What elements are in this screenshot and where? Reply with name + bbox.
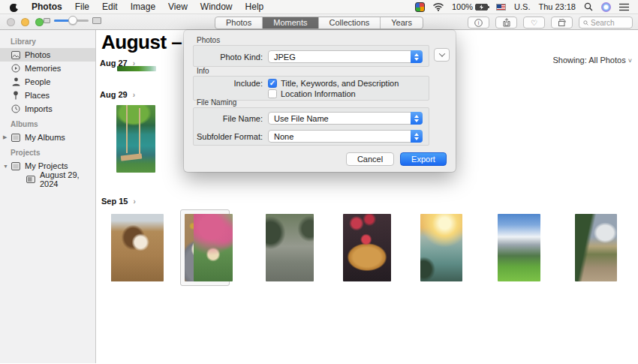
apple-menu-icon[interactable] — [9, 2, 19, 12]
menu-bar: Photos File Edit Image View Window Help … — [0, 0, 638, 14]
menu-view[interactable]: View — [168, 2, 188, 12]
sidebar-item-photos[interactable]: Photos — [0, 48, 95, 62]
menu-help[interactable]: Help — [245, 2, 264, 12]
info-groupbox: Include: Title, Keywords, and Descriptio… — [193, 76, 429, 101]
photo-thumbnail-sunset-sea[interactable] — [420, 214, 462, 281]
subfolder-format-value: None — [274, 132, 422, 141]
include-label: Include: — [194, 79, 263, 88]
sidebar-item-august-29-2024[interactable]: August 29, 2024 — [0, 173, 95, 186]
sidebar-item-imports[interactable]: Imports — [0, 102, 95, 116]
subfolder-format-dropdown[interactable]: None — [268, 130, 423, 143]
menu-window[interactable]: Window — [200, 2, 233, 12]
favorite-heart-button[interactable]: ♡ — [523, 17, 545, 29]
file-name-dropdown[interactable]: Use File Name — [268, 112, 423, 125]
battery-status[interactable]: 100% — [452, 2, 488, 11]
screen-recorder-icon[interactable] — [415, 2, 425, 12]
subfolder-format-label: Subfolder Format: — [194, 132, 263, 141]
zoom-slider-thumb[interactable] — [68, 16, 77, 25]
sidebar-item-my-albums[interactable]: ▶ My Albums — [0, 131, 95, 144]
dialog-section-photos: Photos — [197, 36, 220, 44]
dialog-section-file-naming: File Naming — [197, 98, 236, 107]
people-icon — [11, 77, 21, 86]
photo-thumbnail-green-strip[interactable] — [117, 66, 156, 71]
more-options-button[interactable] — [434, 48, 450, 62]
menu-app-name[interactable]: Photos — [32, 2, 62, 12]
close-window-button[interactable] — [7, 18, 15, 26]
minimize-window-button[interactable] — [21, 18, 29, 26]
chevron-right-icon: › — [133, 91, 135, 99]
clock-label[interactable]: Thu 23:18 — [538, 2, 576, 11]
imports-icon — [11, 104, 21, 113]
stepper-icon — [411, 50, 423, 63]
album-icon — [11, 134, 21, 142]
tab-years[interactable]: Years — [381, 17, 423, 29]
photo-thumbnail-rainy-road[interactable] — [266, 214, 314, 281]
moment-header-aug-29[interactable]: Aug 29› — [100, 90, 135, 99]
sidebar-item-places[interactable]: Places — [0, 89, 95, 102]
small-thumbnails-icon — [44, 18, 50, 23]
disclosure-expanded-icon[interactable]: ▼ — [3, 164, 8, 169]
sidebar-section-projects: Projects — [0, 144, 95, 159]
tab-collections[interactable]: Collections — [318, 17, 381, 29]
battery-percent-label: 100% — [452, 2, 473, 11]
cancel-button[interactable]: Cancel — [346, 152, 394, 166]
photo-kind-dropdown[interactable]: JPEG — [268, 50, 423, 63]
photo-thumbnail-woman-field[interactable] — [111, 214, 164, 281]
memories-icon — [11, 64, 21, 73]
search-input[interactable] — [591, 19, 628, 27]
moment-header-sep-15[interactable]: Sep 15› — [101, 197, 136, 206]
tab-moments[interactable]: Moments — [263, 17, 318, 29]
stepper-icon — [411, 112, 423, 125]
photo-thumbnail-pink-blossom[interactable] — [194, 214, 233, 281]
menu-edit[interactable]: Edit — [102, 2, 118, 12]
file-name-label: File Name: — [194, 114, 263, 123]
input-region-label[interactable]: U.S. — [514, 2, 530, 11]
project-icon — [11, 162, 21, 170]
us-flag-icon[interactable] — [496, 4, 506, 11]
title-keywords-checkbox[interactable] — [268, 79, 277, 88]
sidebar-item-label: My Projects — [25, 161, 68, 170]
dialog-section-info: Info — [197, 67, 209, 75]
photo-kind-label: Photo Kind: — [194, 53, 263, 62]
project-book-icon — [26, 176, 36, 183]
sidebar-item-label: Photos — [25, 50, 50, 59]
sidebar-item-label: People — [25, 77, 50, 86]
battery-charging-icon — [475, 4, 488, 11]
notification-center-icon[interactable] — [619, 3, 629, 11]
photo-thumbnail-swing-water[interactable] — [116, 105, 155, 173]
tab-photos[interactable]: Photos — [215, 17, 263, 29]
places-icon — [11, 91, 21, 100]
file-name-value: Use File Name — [274, 114, 422, 123]
photo-thumbnail-mountain-meadow[interactable] — [498, 214, 540, 281]
search-field[interactable] — [579, 17, 633, 29]
large-thumbnails-icon — [92, 17, 101, 24]
location-info-checkbox[interactable] — [268, 89, 277, 98]
thumbnail-zoom-control — [44, 17, 101, 24]
sidebar-item-memories[interactable]: Memories — [0, 62, 95, 75]
export-button[interactable]: Export — [400, 152, 447, 166]
disclosure-collapsed-icon[interactable]: ▶ — [3, 134, 7, 140]
share-button[interactable] — [495, 17, 517, 29]
zoom-slider[interactable] — [54, 20, 89, 22]
photo-thumbnail-pancakes[interactable] — [343, 214, 391, 281]
photo-thumbnail-tent-view[interactable] — [575, 214, 617, 281]
showing-filter-dropdown[interactable]: Showing: All Photos ˅ — [552, 56, 632, 65]
siri-icon[interactable] — [601, 2, 611, 12]
menu-file[interactable]: File — [75, 2, 89, 12]
sidebar-item-label: My Albums — [25, 133, 65, 142]
rotate-button[interactable] — [551, 17, 573, 29]
wifi-icon[interactable] — [433, 3, 444, 11]
search-icon[interactable] — [584, 2, 593, 11]
sidebar-item-label: Memories — [25, 64, 61, 73]
info-button[interactable]: i — [468, 17, 489, 29]
view-tabs: Photos Moments Collections Years — [215, 17, 423, 29]
file-naming-groupbox: File Name: Use File Name Subfolder Forma… — [193, 107, 429, 146]
photos-groupbox: Photo Kind: JPEG — [193, 45, 429, 67]
sidebar-section-albums: Albums — [0, 116, 95, 131]
zoom-window-button[interactable] — [35, 18, 44, 26]
stepper-icon — [411, 130, 423, 143]
sidebar-item-people[interactable]: People — [0, 75, 95, 89]
svg-text:i: i — [478, 20, 480, 26]
sidebar: Library Photos Memories People Places Im… — [0, 30, 96, 363]
menu-image[interactable]: Image — [131, 2, 155, 12]
